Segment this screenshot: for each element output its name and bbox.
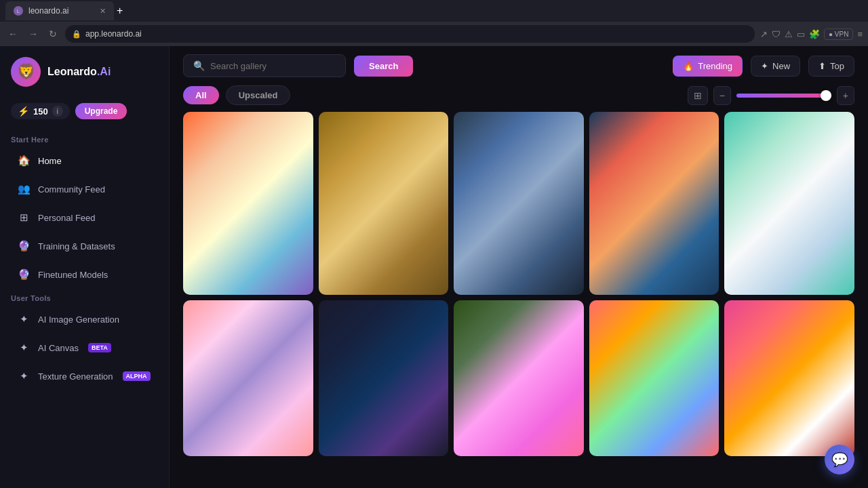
edit-icon[interactable]: ✏ [539, 116, 558, 135]
gallery-item-lion[interactable]: ⌘ ⤢ [183, 112, 313, 295]
remix-icon[interactable]: ⌘ [674, 304, 693, 323]
edit-icon[interactable]: ✏ [539, 304, 558, 323]
shield-icon[interactable]: 🛡 [772, 29, 781, 39]
vpn-badge: ● VPN [824, 28, 853, 40]
gallery-item-flowers-red[interactable]: ⌘ [724, 300, 854, 456]
search-button[interactable]: Search [354, 56, 413, 77]
sidebar-label-ai-canvas: AI Canvas [38, 343, 79, 353]
sidebar-item-ai-canvas[interactable]: ✦ AI Canvas BETA [5, 333, 163, 362]
sidebar-item-finetuned[interactable]: 🔮 Finetuned Models [5, 260, 163, 289]
search-box: 🔍 [183, 54, 346, 77]
main-content: 🔍 Search 🔥 Trending ✦ New ⬆ Top All Upsc… [170, 46, 868, 488]
extensions-icon[interactable]: 🧩 [809, 29, 820, 39]
edit-icon[interactable]: ✏ [403, 304, 422, 323]
url-text: app.leonardo.ai [85, 29, 142, 39]
browser-chrome: L leonardo.ai ✕ + ← → ↻ 🔒 app.leonardo.a… [0, 0, 868, 46]
expand-icon[interactable]: ⤢ [290, 304, 309, 323]
gallery-grid: ⌘ ⤢ ⌘ ✏ ⤢ ⌘ ✏ ⤢ [183, 112, 854, 456]
expand-icon[interactable]: ⤢ [831, 116, 850, 135]
sidebar-item-training[interactable]: 🔮 Training & Datasets [5, 232, 163, 260]
grid-view-button[interactable]: ⊞ [688, 86, 708, 105]
remix-icon[interactable]: ⌘ [674, 116, 693, 135]
expand-icon[interactable]: ⤢ [696, 116, 715, 135]
browser-tab-bar: L leonardo.ai ✕ + [0, 0, 868, 22]
ai-image-icon: ✦ [16, 312, 31, 327]
expand-icon[interactable]: ⤢ [696, 304, 715, 323]
gallery-item-colorful-girl[interactable]: ⌘ ⤢ [589, 300, 719, 456]
remix-icon[interactable]: ⌘ [810, 116, 829, 135]
forward-button[interactable]: → [26, 26, 41, 42]
finetuned-icon: 🔮 [16, 267, 31, 282]
sort-new-button[interactable]: ✦ New [751, 56, 800, 77]
sidebar-label-ai-image: AI Image Generation [38, 314, 119, 325]
gallery-item-pink-hair[interactable]: ⌘ ✏ ⤢ [454, 300, 584, 456]
expand-icon[interactable]: ⤢ [425, 116, 444, 135]
gallery-item-flowers-blue[interactable]: ⌘ ⤢ [589, 112, 719, 295]
sidebar-toggle-icon[interactable]: ▭ [797, 29, 805, 39]
remix-icon[interactable]: ⌘ [382, 116, 401, 135]
new-label: New [772, 61, 790, 71]
sidebar-item-community-feed[interactable]: 👥 Community Feed [5, 175, 163, 203]
search-input[interactable] [210, 61, 336, 71]
sidebar-item-ai-image[interactable]: ✦ AI Image Generation [5, 305, 163, 333]
menu-icon[interactable]: ≡ [857, 29, 863, 39]
filter-upscaled-button[interactable]: Upscaled [226, 85, 291, 105]
alpha-badge: ALPHA [123, 371, 151, 381]
chat-icon: 💬 [831, 451, 848, 468]
back-button[interactable]: ← [5, 26, 20, 42]
warning-icon[interactable]: ⚠ [785, 29, 793, 39]
address-input[interactable]: 🔒 app.leonardo.ai [65, 25, 755, 43]
reload-button[interactable]: ↻ [46, 26, 60, 42]
remix-icon[interactable]: ⌘ [517, 116, 536, 135]
gallery-item-hieroglyphs[interactable]: ⌘ ✏ ⤢ [319, 112, 449, 295]
expand-icon[interactable]: ⤢ [290, 116, 309, 135]
sort-trending-button[interactable]: 🔥 Trending [673, 56, 743, 77]
chat-button[interactable]: 💬 [825, 445, 854, 474]
texture-icon: ✦ [16, 369, 31, 384]
zoom-in-button[interactable]: + [837, 86, 854, 105]
sidebar-item-texture[interactable]: ✦ Texture Generation ALPHA [5, 362, 163, 390]
size-slider[interactable] [736, 94, 831, 98]
close-tab-button[interactable]: ✕ [100, 7, 106, 16]
sidebar-item-personal-feed[interactable]: ⊞ Personal Feed [5, 203, 163, 232]
app-container: 🦁 Leonardo.Ai ⚡ 150 i Upgrade Start Here… [0, 46, 868, 488]
lock-icon: 🔒 [72, 30, 81, 39]
edit-icon[interactable]: ✏ [269, 304, 288, 323]
share-icon[interactable]: ↗ [760, 29, 768, 39]
logo-text: Leonardo.Ai [47, 66, 111, 78]
remix-icon[interactable]: ⌘ [247, 304, 266, 323]
sidebar-label-texture: Texture Generation [38, 371, 113, 382]
token-info-button[interactable]: i [52, 106, 63, 117]
gallery-item-koala[interactable]: ⌘ ⤢ [724, 112, 854, 295]
expand-icon[interactable]: ⤢ [561, 116, 580, 135]
filter-all-button[interactable]: All [183, 86, 219, 104]
remix-icon[interactable]: ⌘ [269, 116, 288, 135]
avatar: 🦁 [11, 57, 41, 87]
grid-controls: ⊞ − + [688, 86, 854, 105]
filter-bar: All Upscaled ⊞ − + [170, 85, 868, 112]
zoom-out-button[interactable]: − [713, 86, 731, 105]
section-user-tools: User Tools [0, 289, 169, 305]
edit-icon[interactable]: ✏ [403, 116, 422, 135]
remix-icon[interactable]: ⌘ [831, 304, 850, 323]
gallery-item-warrior[interactable]: ⌘ ✏ ⤢ [454, 112, 584, 295]
tab-title: leonardo.ai [28, 6, 68, 16]
section-start-here: Start Here [0, 130, 169, 146]
address-bar: ← → ↻ 🔒 app.leonardo.ai ↗ 🛡 ⚠ ▭ 🧩 ● VPN … [0, 22, 868, 46]
personal-icon: ⊞ [16, 210, 31, 225]
sidebar-label-personal: Personal Feed [38, 213, 96, 223]
new-tab-button[interactable]: + [117, 5, 123, 17]
expand-icon[interactable]: ⤢ [425, 304, 444, 323]
sidebar-item-home[interactable]: 🏠 Home [5, 146, 163, 175]
new-icon: ✦ [761, 61, 768, 71]
gallery-item-dark-warrior[interactable]: ✏ ⤢ [319, 300, 449, 456]
search-icon: 🔍 [193, 60, 205, 71]
gallery-item-anime-girl[interactable]: ⌘ ✏ ⤢ [183, 300, 313, 456]
sort-top-button[interactable]: ⬆ Top [808, 56, 854, 77]
remix-icon[interactable]: ⌘ [517, 304, 536, 323]
active-tab[interactable]: L leonardo.ai ✕ [5, 1, 114, 20]
ai-canvas-icon: ✦ [16, 340, 31, 355]
home-icon: 🏠 [16, 153, 31, 168]
upgrade-button[interactable]: Upgrade [75, 103, 127, 119]
expand-icon[interactable]: ⤢ [561, 304, 580, 323]
